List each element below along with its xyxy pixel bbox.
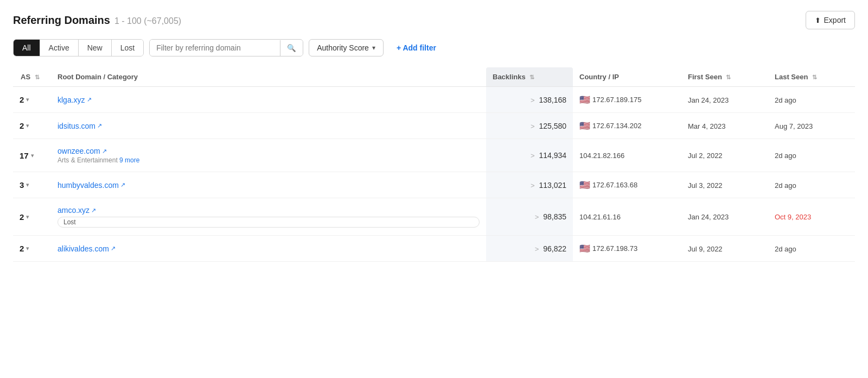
cell-last-seen: 2d ago (768, 236, 855, 262)
export-button[interactable]: ⬆ Export (806, 11, 855, 29)
cell-domain: humbyvaldes.com ↗ (51, 172, 486, 198)
external-link-icon[interactable]: ↗ (120, 181, 125, 188)
as-value: 2 (20, 244, 24, 253)
authority-score-filter[interactable]: Authority Score ▾ (309, 39, 384, 56)
greater-than-icon: > (531, 181, 535, 190)
page-title: Referring Domains (13, 14, 110, 27)
cell-as: 2 ▾ (13, 113, 51, 139)
cell-first-seen: Jul 9, 2022 (681, 236, 768, 262)
expand-chevron-icon[interactable]: ▾ (31, 152, 34, 159)
tab-lost[interactable]: Lost (112, 40, 143, 56)
domain-link[interactable]: ownzee.com (58, 147, 100, 155)
as-value: 2 (20, 95, 24, 104)
table-header-row: AS ⇅ Root Domain / Category Backlinks ⇅ … (13, 67, 855, 87)
last-seen-value: 2d ago (775, 152, 796, 160)
external-link-icon[interactable]: ↗ (102, 148, 107, 155)
table-row: 2 ▾ klga.xyz ↗ > 138,168 🇺🇸 172.67.189.1… (13, 87, 855, 113)
cell-as: 17 ▾ (13, 139, 51, 172)
first-seen-value: Mar 4, 2023 (688, 122, 725, 130)
cell-first-seen: Jul 3, 2022 (681, 172, 768, 198)
expand-chevron-icon[interactable]: ▾ (26, 213, 29, 220)
greater-than-icon: > (535, 245, 539, 253)
cell-as: 3 ▾ (13, 172, 51, 198)
ip-address: 172.67.198.73 (592, 244, 637, 253)
cell-last-seen: 2d ago (768, 87, 855, 113)
backlinks-value: > 98,835 (493, 212, 566, 221)
domain-category: Arts & Entertainment 9 more (58, 156, 480, 164)
cell-last-seen: 2d ago (768, 139, 855, 172)
add-filter-button[interactable]: + Add filter (389, 40, 444, 56)
last-seen-value: Oct 9, 2023 (775, 213, 811, 221)
cell-as: 2 ▾ (13, 236, 51, 262)
cell-country-ip: 🇺🇸 172.67.198.73 (573, 236, 681, 262)
cell-country-ip: 104.21.82.166 (573, 139, 681, 172)
expand-chevron-icon[interactable]: ▾ (26, 122, 29, 129)
cell-country-ip: 🇺🇸 172.67.163.68 (573, 172, 681, 198)
expand-chevron-icon[interactable]: ▾ (26, 181, 29, 188)
first-seen-value: Jan 24, 2023 (688, 96, 729, 104)
first-seen-value: Jul 9, 2022 (688, 245, 723, 253)
country-flag: 🇺🇸 (579, 180, 590, 190)
cell-backlinks: > 138,168 (486, 87, 573, 113)
search-input[interactable] (150, 40, 280, 56)
col-header-domain: Root Domain / Category (51, 67, 486, 87)
cell-first-seen: Jan 24, 2023 (681, 198, 768, 236)
external-link-icon[interactable]: ↗ (87, 96, 92, 103)
cell-country-ip: 🇺🇸 172.67.134.202 (573, 113, 681, 139)
greater-than-icon: > (531, 96, 535, 104)
external-link-icon[interactable]: ↗ (111, 245, 116, 252)
table-row: 17 ▾ ownzee.com ↗ Arts & Entertainment 9… (13, 139, 855, 172)
domain-link[interactable]: idsitus.com (58, 122, 95, 130)
search-wrap: 🔍 (149, 39, 303, 56)
last-seen-value: 2d ago (775, 245, 796, 253)
table-row: 2 ▾ amco.xyz ↗ Lost > 98,835 104.21.61.1… (13, 198, 855, 236)
expand-chevron-icon[interactable]: ▾ (26, 96, 29, 103)
more-link[interactable]: 9 more (119, 156, 139, 164)
lost-badge: Lost (58, 217, 480, 228)
col-header-as: AS ⇅ (13, 67, 51, 87)
external-link-icon[interactable]: ↗ (91, 207, 96, 214)
first-seen-value: Jul 3, 2022 (688, 181, 723, 190)
tab-active[interactable]: Active (40, 40, 79, 56)
expand-chevron-icon[interactable]: ▾ (26, 245, 29, 252)
cell-first-seen: Jan 24, 2023 (681, 87, 768, 113)
backlinks-value: > 113,021 (493, 181, 566, 190)
backlinks-value: > 125,580 (493, 122, 566, 130)
cell-domain: ownzee.com ↗ Arts & Entertainment 9 more (51, 139, 486, 172)
col-header-first-seen: First Seen ⇅ (681, 67, 768, 87)
sort-backlinks-icon[interactable]: ⇅ (529, 74, 534, 81)
search-button[interactable]: 🔍 (280, 40, 303, 56)
country-flag: 🇺🇸 (579, 94, 590, 105)
cell-domain: alikivaldes.com ↗ (51, 236, 486, 262)
tab-new[interactable]: New (79, 40, 112, 56)
country-flag: 🇺🇸 (579, 243, 590, 254)
tab-all[interactable]: All (14, 40, 40, 56)
sort-as-icon[interactable]: ⇅ (35, 74, 40, 81)
cell-backlinks: > 125,580 (486, 113, 573, 139)
backlinks-value: > 96,822 (493, 244, 566, 253)
ip-address: 172.67.163.68 (592, 181, 637, 189)
cell-first-seen: Jul 2, 2022 (681, 139, 768, 172)
domain-link[interactable]: alikivaldes.com (58, 244, 109, 253)
table-row: 2 ▾ alikivaldes.com ↗ > 96,822 🇺🇸 172.67… (13, 236, 855, 262)
cell-backlinks: > 96,822 (486, 236, 573, 262)
sort-last-seen-icon[interactable]: ⇅ (812, 74, 817, 81)
search-icon: 🔍 (287, 44, 296, 52)
first-seen-value: Jul 2, 2022 (688, 152, 723, 160)
col-header-country: Country / IP (573, 67, 681, 87)
domain-link[interactable]: amco.xyz (58, 206, 90, 215)
domain-link[interactable]: humbyvaldes.com (58, 181, 119, 190)
data-table: AS ⇅ Root Domain / Category Backlinks ⇅ … (13, 67, 855, 262)
last-seen-value: Aug 7, 2023 (775, 122, 813, 130)
ip-address: 104.21.61.16 (579, 213, 621, 221)
cell-domain: amco.xyz ↗ Lost (51, 198, 486, 236)
authority-score-label: Authority Score (317, 43, 369, 52)
external-link-icon[interactable]: ↗ (97, 122, 102, 129)
sort-first-seen-icon[interactable]: ⇅ (726, 74, 731, 81)
cell-domain: klga.xyz ↗ (51, 87, 486, 113)
last-seen-value: 2d ago (775, 96, 796, 104)
first-seen-value: Jan 24, 2023 (688, 213, 729, 221)
cell-backlinks: > 113,021 (486, 172, 573, 198)
domain-link[interactable]: klga.xyz (58, 96, 85, 104)
country-flag: 🇺🇸 (579, 121, 590, 131)
